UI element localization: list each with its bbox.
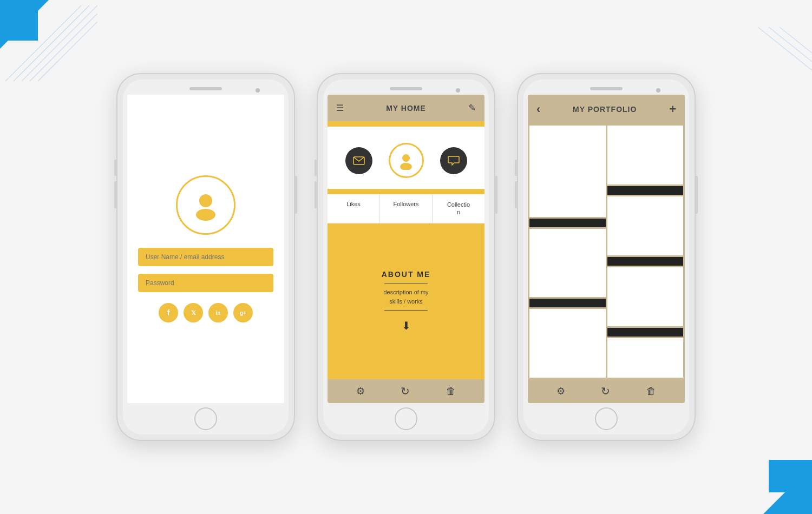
blue-rect-br [769, 460, 812, 492]
portfolio-title: MY PORTFOLIO [573, 105, 637, 114]
profile-icon-circle[interactable] [389, 143, 424, 178]
facebook-button[interactable]: f [159, 303, 178, 322]
phone-home: ☰ MY HOME ✎ [317, 73, 495, 441]
tab-followers[interactable]: Followers [380, 194, 433, 223]
portfolio-cell-r4 [607, 338, 684, 378]
about-section: ABOUT ME description of myskills / works… [328, 223, 484, 379]
svg-point-11 [402, 154, 410, 162]
delete-icon[interactable]: 🗑 [446, 386, 456, 397]
social-icons-row: f 𝕏 in g+ [159, 303, 253, 322]
portfolio-screen: ‹ MY PORTFOLIO + [528, 95, 685, 403]
phone-top-home [328, 84, 484, 93]
about-underline [384, 283, 428, 284]
phone-top-portfolio [528, 84, 685, 93]
profile-person-icon [397, 151, 415, 170]
side-button-volume-down [114, 181, 116, 208]
portfolio-cell-r3 [607, 267, 684, 326]
about-underline-2 [384, 310, 428, 311]
side-button-power-2 [495, 176, 497, 214]
home-header: ☰ MY HOME ✎ [328, 95, 484, 121]
phones-container: f 𝕏 in g+ [0, 0, 812, 514]
phone-camera-2 [456, 88, 460, 93]
portfolio-cell-r1 [607, 126, 684, 184]
profile-section [328, 127, 484, 189]
portfolio-bottom-bar: ⚙ ↻ 🗑 [528, 379, 685, 403]
yellow-divider [328, 189, 484, 194]
portfolio-grid [528, 124, 685, 379]
edit-icon[interactable]: ✎ [468, 102, 476, 114]
home-bottom-bar: ⚙ ↻ 🗑 [328, 379, 484, 403]
portfolio-cell-1 [529, 126, 606, 217]
login-screen: f 𝕏 in g+ [127, 95, 284, 403]
phone-login: f 𝕏 in g+ [116, 73, 295, 441]
google-plus-button[interactable]: g+ [233, 303, 253, 322]
home-screen: ☰ MY HOME ✎ [328, 95, 484, 403]
portfolio-label-r3 [607, 328, 684, 337]
email-icon-circle[interactable] [345, 147, 372, 174]
tab-likes[interactable]: Likes [328, 194, 380, 223]
phone-portfolio: ‹ MY PORTFOLIO + [517, 73, 696, 441]
blue-rect-tl [0, 0, 38, 41]
portfolio-content: ‹ MY PORTFOLIO + [528, 95, 685, 403]
twitter-button[interactable]: 𝕏 [184, 303, 203, 322]
username-input[interactable] [138, 248, 273, 266]
tabs-section: Likes Followers Collection [328, 194, 484, 223]
password-input[interactable] [138, 274, 273, 292]
menu-icon[interactable]: ☰ [336, 103, 344, 113]
phone-inner-login: f 𝕏 in g+ [123, 80, 289, 434]
phone-speaker-2 [390, 87, 422, 90]
about-title: ABOUT ME [382, 270, 431, 279]
side-button-volume-down-3 [515, 181, 517, 208]
email-icon [353, 156, 365, 165]
home-title: MY HOME [386, 104, 426, 113]
portfolio-cell-r2 [607, 196, 684, 255]
message-icon-circle[interactable] [440, 147, 467, 174]
portfolio-left-column [529, 126, 606, 378]
phone-inner-home: ☰ MY HOME ✎ [323, 80, 489, 434]
refresh-icon[interactable]: ↻ [401, 385, 410, 398]
side-button-volume-up-2 [315, 160, 317, 176]
portfolio-cell-3 [529, 309, 606, 378]
portfolio-right-column [607, 126, 684, 378]
yellow-bar-top [328, 121, 484, 127]
portfolio-label-r2 [607, 257, 684, 266]
phone-bottom-login [127, 403, 284, 432]
side-button-volume-up [114, 160, 116, 176]
linkedin-button[interactable]: in [208, 303, 228, 322]
portfolio-delete-icon[interactable]: 🗑 [646, 386, 656, 397]
phone-camera-3 [656, 88, 660, 93]
home-button-home[interactable] [395, 407, 417, 430]
phone-bottom-home [328, 403, 484, 432]
login-content: f 𝕏 in g+ [127, 95, 284, 403]
svg-point-12 [400, 163, 412, 170]
phone-top-login [127, 84, 284, 93]
side-button-volume-up-3 [515, 160, 517, 176]
portfolio-label-1 [529, 219, 606, 227]
home-button-login[interactable] [194, 407, 217, 430]
svg-point-8 [199, 194, 212, 207]
side-button-power [295, 176, 297, 214]
avatar-person-icon [189, 189, 222, 221]
tab-collection[interactable]: Collection [433, 194, 484, 223]
back-icon[interactable]: ‹ [536, 102, 540, 116]
portfolio-cell-2 [529, 229, 606, 298]
portfolio-settings-icon[interactable]: ⚙ [556, 385, 565, 397]
down-arrow-icon: ⬇ [402, 319, 411, 332]
add-icon[interactable]: + [669, 102, 676, 116]
portfolio-header: ‹ MY PORTFOLIO + [528, 95, 685, 124]
message-icon [448, 155, 460, 166]
settings-icon[interactable]: ⚙ [356, 385, 365, 397]
avatar-circle [176, 175, 235, 235]
side-button-power-3 [696, 176, 698, 214]
phone-camera [256, 88, 260, 93]
home-content: ☰ MY HOME ✎ [328, 95, 484, 403]
about-description: description of myskills / works [383, 288, 428, 306]
portfolio-refresh-icon[interactable]: ↻ [601, 385, 610, 398]
svg-point-9 [196, 209, 215, 221]
phone-bottom-portfolio [528, 403, 685, 432]
phone-speaker-3 [590, 87, 623, 90]
phone-inner-portfolio: ‹ MY PORTFOLIO + [523, 80, 689, 434]
home-button-portfolio[interactable] [595, 407, 618, 430]
phone-speaker [189, 87, 222, 90]
portfolio-label-r1 [607, 186, 684, 195]
